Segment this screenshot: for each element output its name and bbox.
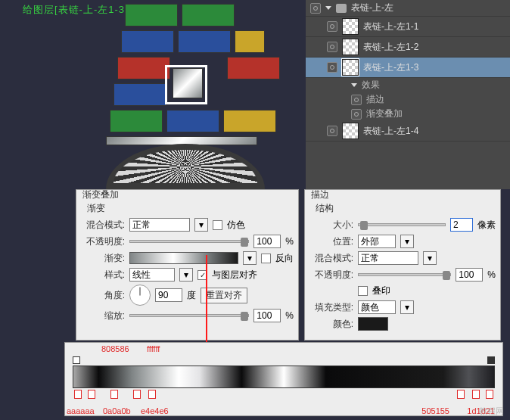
input-opacity[interactable]: 100 [253, 235, 281, 248]
color-stop[interactable] [133, 390, 141, 399]
checkbox-overprint[interactable] [358, 286, 368, 296]
color-stop[interactable] [472, 390, 480, 399]
layer-item[interactable]: 表链-上-左1-4 [306, 121, 510, 142]
dropdown-icon[interactable]: ▾ [194, 218, 208, 232]
dropdown-icon[interactable]: ▾ [400, 235, 414, 248]
fx-stroke[interactable]: 描边 [366, 93, 384, 106]
dropdown-icon[interactable]: ▾ [400, 300, 414, 314]
color-stop[interactable] [457, 390, 465, 399]
dropdown-icon[interactable]: ▾ [179, 268, 193, 282]
gradient-bar[interactable] [73, 366, 495, 388]
select-blend-mode[interactable]: 正常 [129, 218, 190, 232]
annotation-arrow [206, 255, 207, 344]
select-style[interactable]: 线性 [129, 268, 175, 282]
layer-item[interactable]: 表链-上-左1-2 [306, 37, 510, 58]
watermark: 教程网 [479, 406, 504, 417]
color-stop[interactable] [88, 390, 95, 399]
select-blend-mode[interactable]: 正常 [358, 251, 418, 265]
section-header: 渐变 [87, 202, 294, 215]
color-stop[interactable] [110, 390, 118, 399]
layer-item[interactable]: 表链-上-左1-1 [306, 17, 510, 37]
selection-marquee [165, 65, 207, 104]
visibility-icon[interactable] [327, 42, 337, 52]
layer-group[interactable]: 表链-上-左 [306, 0, 510, 17]
dialog-gradient-overlay: 渐变叠加 渐变 混合模式: 正常▾ 仿色 不透明度: 100 % 渐变: ▾ 反… [76, 189, 299, 341]
color-stop[interactable] [486, 390, 493, 399]
checkbox-dither[interactable] [213, 220, 222, 230]
slider-scale[interactable] [129, 314, 249, 317]
input-opacity[interactable]: 100 [456, 268, 483, 282]
dialog-stroke: 描边 结构 大小: 2 像素 位置: 外部▾ 混合模式: 正常▾ 不透明度: 1… [304, 189, 501, 341]
input-scale[interactable]: 100 [253, 309, 281, 322]
color-stop[interactable] [148, 390, 156, 399]
section-header: 结构 [316, 202, 496, 215]
opacity-stop[interactable] [73, 356, 80, 364]
reset-align-button[interactable]: 重置对齐 [201, 288, 247, 303]
visibility-icon[interactable] [327, 126, 337, 136]
color-swatch[interactable] [358, 317, 388, 331]
checkbox-reverse[interactable] [261, 254, 271, 263]
angle-dial[interactable] [129, 285, 151, 306]
layer-item-selected[interactable]: 表链-上-左1-3 [306, 58, 510, 78]
dropdown-icon[interactable]: ▾ [243, 251, 257, 265]
gradient-picker[interactable] [129, 252, 238, 264]
select-position[interactable]: 外部 [358, 235, 396, 248]
gradient-editor: 808586 ffffff aaaaaa 0a0a0b e4e4e6 50515… [64, 342, 503, 416]
opacity-stop[interactable] [487, 356, 495, 364]
color-stop[interactable] [74, 390, 82, 399]
layers-panel: 表链-上-左 表链-上-左1-1 表链-上-左1-2 表链-上-左1-3 效果 … [306, 0, 510, 189]
dialog-title: 描边 [311, 188, 329, 201]
visibility-icon[interactable] [327, 21, 337, 32]
visibility-icon[interactable] [351, 95, 362, 105]
group-name: 表链-上-左 [351, 2, 393, 14]
slider-opacity[interactable] [358, 273, 451, 276]
visibility-icon[interactable] [327, 62, 337, 73]
input-size[interactable]: 2 [450, 218, 473, 232]
fx-label: 效果 [362, 79, 380, 92]
select-fill-type[interactable]: 颜色 [358, 300, 396, 314]
slider-size[interactable] [358, 223, 446, 226]
dialog-title: 渐变叠加 [82, 188, 119, 201]
slider-opacity[interactable] [129, 240, 249, 243]
fx-gradient-overlay[interactable]: 渐变叠加 [366, 107, 403, 120]
folder-icon [336, 4, 347, 13]
canvas-viewport [76, 0, 295, 189]
visibility-icon[interactable] [351, 109, 362, 120]
input-angle[interactable]: 90 [155, 288, 182, 302]
dropdown-icon[interactable]: ▾ [423, 251, 437, 265]
visibility-icon[interactable] [310, 3, 321, 14]
